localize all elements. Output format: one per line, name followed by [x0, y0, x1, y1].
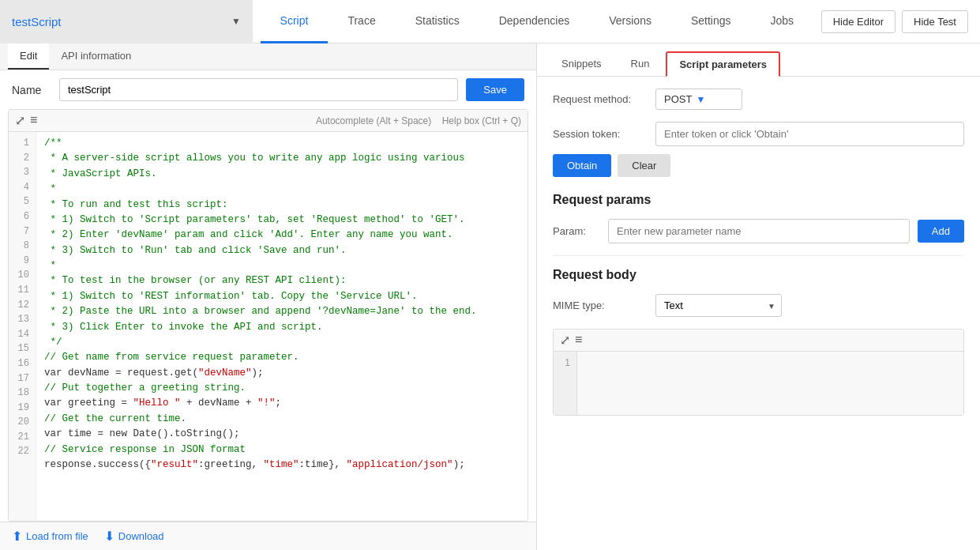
main-nav-tabs: Script Trace Statistics Dependencies Ver… [253, 0, 821, 43]
upload-icon: ⬆ [12, 529, 22, 544]
tab-edit[interactable]: Edit [8, 43, 49, 70]
download-icon: ⬇ [104, 529, 115, 544]
token-action-buttons: Obtain Clear [553, 154, 964, 177]
body-editor: ⤢ ≡ 1 [553, 329, 964, 416]
tab-run[interactable]: Run [618, 51, 663, 76]
tab-snippets[interactable]: Snippets [549, 51, 614, 76]
code-hints: Autocomplete (Alt + Space) Help box (Ctr… [316, 115, 521, 126]
format-icon[interactable]: ≡ [30, 113, 37, 128]
script-name-input[interactable] [59, 78, 458, 101]
request-method-select[interactable]: POST ▼ [655, 89, 742, 110]
download-button[interactable]: ⬇ Download [104, 529, 164, 544]
tab-statistics[interactable]: Statistics [396, 0, 479, 43]
code-editor: ⤢ ≡ Autocomplete (Alt + Space) Help box … [8, 109, 528, 522]
body-editor-toolbar: ⤢ ≡ [554, 330, 963, 352]
request-method-arrow-icon: ▼ [696, 94, 705, 105]
session-token-label: Session token: [553, 128, 648, 140]
main-layout: Edit API information Name Save ⤢ ≡ Autoc… [0, 43, 980, 550]
download-label: Download [118, 530, 164, 542]
top-navigation: testScript ▼ Script Trace Statistics Dep… [0, 0, 980, 43]
mime-type-label: MIME type: [553, 299, 648, 311]
script-params-tabs: Snippets Run Script parameters [537, 43, 980, 77]
app-name: testScript [12, 15, 62, 28]
tab-dependencies[interactable]: Dependencies [479, 0, 590, 43]
add-param-button[interactable]: Add [918, 220, 964, 243]
name-label: Name [12, 84, 51, 96]
hide-test-button[interactable]: Hide Test [902, 10, 968, 33]
name-row: Name Save [0, 70, 536, 109]
param-name-input[interactable] [608, 219, 910, 243]
code-area[interactable]: 12345678910111213141516171819202122 /** … [9, 132, 528, 521]
body-line-numbers: 1 [554, 352, 577, 415]
help-box-hint: Help box (Ctrl + Q) [442, 115, 521, 126]
request-params-title: Request params [553, 193, 964, 207]
tab-versions[interactable]: Versions [589, 0, 671, 43]
tab-script[interactable]: Script [261, 0, 329, 43]
body-expand-icon[interactable]: ⤢ [560, 333, 570, 348]
hide-editor-button[interactable]: Hide Editor [821, 10, 896, 33]
app-selector-arrow-icon: ▼ [231, 16, 241, 27]
body-editor-area[interactable]: 1 [554, 352, 963, 415]
app-selector[interactable]: testScript ▼ [0, 0, 253, 43]
editor-tabs: Edit API information [0, 43, 536, 70]
code-toolbar-icons: ⤢ ≡ [15, 113, 37, 128]
left-panel: Edit API information Name Save ⤢ ≡ Autoc… [0, 43, 537, 550]
body-format-icon[interactable]: ≡ [575, 333, 582, 348]
save-button[interactable]: Save [466, 78, 524, 101]
autocomplete-hint: Autocomplete (Alt + Space) [316, 115, 431, 126]
tab-trace[interactable]: Trace [328, 0, 395, 43]
mime-type-row: MIME type: Text JSON XML Form data [553, 294, 964, 317]
request-body-title: Request body [553, 268, 964, 282]
tab-jobs[interactable]: Jobs [751, 0, 814, 43]
obtain-button[interactable]: Obtain [553, 154, 611, 177]
param-label: Param: [553, 225, 600, 237]
tab-api-information[interactable]: API information [49, 43, 143, 70]
right-panel: Snippets Run Script parameters Request m… [537, 43, 980, 550]
clear-button[interactable]: Clear [618, 154, 670, 177]
line-numbers: 12345678910111213141516171819202122 [9, 132, 36, 521]
mime-type-select-wrapper: Text JSON XML Form data [655, 294, 782, 317]
code-toolbar: ⤢ ≡ Autocomplete (Alt + Space) Help box … [9, 110, 528, 132]
tab-script-parameters[interactable]: Script parameters [666, 51, 780, 77]
code-content[interactable]: /** * A server-side script allows you to… [36, 132, 528, 521]
request-method-value: POST [664, 93, 692, 105]
request-method-label: Request method: [553, 93, 648, 105]
body-code-content[interactable] [577, 352, 963, 415]
section-divider [553, 255, 964, 256]
param-row: Param: Add [553, 219, 964, 243]
top-right-buttons: Hide Editor Hide Test [821, 10, 980, 33]
mime-type-select[interactable]: Text JSON XML Form data [655, 294, 782, 317]
load-from-label: Load from file [26, 530, 88, 542]
session-token-row: Session token: [553, 122, 964, 146]
bottom-bar: ⬆ Load from file ⬇ Download [0, 522, 536, 550]
script-params-content: Request method: POST ▼ Session token: Ob… [537, 77, 980, 550]
session-token-input[interactable] [655, 122, 964, 146]
load-from-file-button[interactable]: ⬆ Load from file [12, 529, 88, 544]
expand-icon[interactable]: ⤢ [15, 113, 25, 128]
request-method-row: Request method: POST ▼ [553, 89, 964, 110]
tab-settings[interactable]: Settings [671, 0, 751, 43]
